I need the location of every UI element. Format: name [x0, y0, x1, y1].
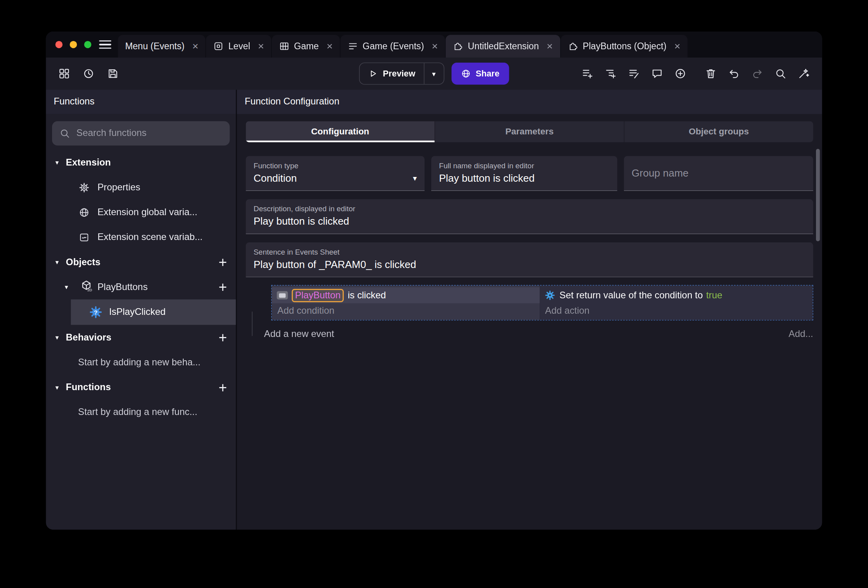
sidebar-section-objects[interactable]: ▾ Objects + [46, 249, 236, 274]
close-icon[interactable]: × [326, 41, 333, 52]
choose-event-button[interactable] [623, 63, 645, 84]
preview-button-main[interactable]: Preview [359, 69, 423, 78]
tab-label: Level [228, 41, 250, 52]
add-action-button[interactable]: Add action [540, 303, 813, 317]
tab-untitled-extension[interactable]: UntitledExtension × [446, 35, 560, 58]
redo-button[interactable] [746, 63, 768, 84]
tab-object-groups[interactable]: Object groups [624, 121, 813, 142]
menu-icon[interactable] [99, 40, 111, 49]
delete-button[interactable] [700, 63, 722, 84]
desktop: Menu (Events) × Level × Game × Game (Eve… [0, 0, 868, 588]
sentence-field[interactable]: Sentence in Events Sheet Play button of … [246, 242, 813, 277]
history-button[interactable] [78, 63, 100, 84]
project-manager-button[interactable] [53, 63, 75, 84]
add-subevent-button[interactable] [600, 63, 622, 84]
sidebar-item-playbuttons[interactable]: ▾ 2D PlayButtons + [46, 275, 236, 300]
redo-icon [751, 67, 764, 80]
field-placeholder: Group name [631, 167, 688, 179]
field-value: Play button is clicked [253, 215, 349, 227]
chevron-down-icon[interactable]: ▾ [63, 283, 71, 291]
tab-parameters[interactable]: Parameters [435, 121, 624, 142]
add-new-event-button[interactable]: Add a new event [264, 329, 334, 340]
close-icon[interactable]: × [547, 41, 553, 52]
add-function-button[interactable]: + [218, 380, 227, 394]
undo-button[interactable] [723, 63, 745, 84]
description-field[interactable]: Description, displayed in editor Play bu… [246, 199, 813, 234]
cube-2d-icon: 2D [80, 279, 93, 294]
close-window-button[interactable] [55, 41, 62, 48]
sidebar-section-behaviors[interactable]: ▾ Behaviors + [46, 325, 236, 350]
sidebar-item-extension-global-variables[interactable]: Extension global varia... [46, 200, 236, 225]
add-circle-button[interactable] [669, 63, 691, 84]
share-button[interactable]: Share [451, 63, 509, 85]
full-name-field[interactable]: Full name displayed in editor Play butto… [431, 156, 617, 191]
field-label: Sentence in Events Sheet [253, 248, 805, 256]
tab-level[interactable]: Level × [206, 35, 271, 58]
extension-edit-button[interactable] [793, 63, 815, 84]
history-icon [82, 67, 95, 80]
action-instruction[interactable]: Set return value of the condition to tru… [540, 287, 813, 303]
add-event-button[interactable] [576, 63, 598, 84]
add-comment-button[interactable] [646, 63, 668, 84]
behaviors-empty-hint[interactable]: Start by adding a new beha... [46, 350, 236, 375]
function-type-select[interactable]: Function type Condition ▾ [246, 156, 425, 191]
functions-empty-hint[interactable]: Start by adding a new func... [46, 400, 236, 424]
sidebar-section-functions[interactable]: ▾ Functions + [46, 375, 236, 400]
action-text: Set return value of the condition to [559, 290, 703, 301]
chevron-down-icon[interactable]: ▾ [413, 174, 417, 182]
chevron-down-icon[interactable]: ▾ [53, 383, 61, 391]
group-name-field[interactable]: Group name [624, 156, 813, 191]
preview-dropdown-button[interactable]: ▾ [424, 69, 443, 78]
sidebar-item-isplayclicked-selected[interactable]: ? IsPlayClicked [71, 300, 236, 325]
trash-icon [705, 67, 717, 80]
comment-icon [651, 67, 663, 80]
object-reference-chip[interactable]: PlayButton [292, 288, 344, 302]
tab-menu-events[interactable]: Menu (Events) × [118, 35, 205, 58]
condition-instruction[interactable]: PlayButton is clicked [272, 287, 540, 303]
save-icon [107, 67, 119, 80]
close-icon[interactable]: × [192, 41, 199, 52]
sidebar-item-extension-scene-variables[interactable]: Extension scene variab... [46, 225, 236, 249]
toolbar-center-group: Preview ▾ Share [359, 63, 509, 85]
chevron-down-icon[interactable]: ▾ [53, 158, 61, 166]
add-behavior-button[interactable]: + [218, 330, 227, 345]
tab-playbuttons-object[interactable]: PlayButtons (Object) × [561, 35, 687, 58]
chevron-down-icon[interactable]: ▾ [53, 258, 61, 266]
main-scrollbar-thumb[interactable] [816, 149, 820, 242]
close-icon[interactable]: × [258, 41, 264, 52]
tab-game[interactable]: Game × [272, 35, 340, 58]
tab-label: UntitledExtension [468, 41, 539, 52]
sidebar-section-extension[interactable]: ▾ Extension [46, 150, 236, 175]
chevron-down-icon[interactable]: ▾ [53, 333, 61, 341]
action-value[interactable]: true [706, 290, 722, 301]
search-functions-input[interactable] [76, 128, 223, 139]
main-panel-title: Function Configuration [237, 90, 822, 114]
save-button[interactable] [102, 63, 124, 84]
close-icon[interactable]: × [674, 41, 680, 52]
tab-configuration[interactable]: Configuration [246, 121, 435, 142]
minimize-window-button[interactable] [70, 41, 77, 48]
event-row-selected[interactable]: PlayButton is clicked Add condition Set … [271, 285, 813, 320]
event-conditions-cell[interactable]: PlayButton is clicked Add condition [272, 286, 540, 320]
add-object-button[interactable]: + [218, 255, 227, 270]
search-functions-box[interactable] [52, 121, 230, 146]
close-icon[interactable]: × [432, 41, 438, 52]
scene-variables-icon [78, 232, 90, 243]
tab-list: Menu (Events) × Level × Game × Game (Eve… [118, 32, 688, 58]
sidebar-item-properties[interactable]: Properties [46, 175, 236, 200]
toolbar: Preview ▾ Share [46, 58, 822, 89]
action-gear-icon [544, 290, 555, 301]
sidebar-title: Functions [46, 90, 236, 114]
field-value: Play button is clicked [439, 172, 535, 184]
tab-bar: Menu (Events) × Level × Game × Game (Eve… [46, 32, 822, 58]
add-more-button[interactable]: Add... [789, 329, 813, 340]
preview-button[interactable]: Preview ▾ [359, 63, 444, 85]
event-actions-cell[interactable]: Set return value of the condition to tru… [540, 286, 813, 320]
undo-icon [728, 67, 740, 80]
add-object-function-button[interactable]: + [218, 280, 227, 294]
add-condition-button[interactable]: Add condition [272, 303, 540, 317]
search-button[interactable] [769, 63, 792, 84]
zoom-window-button[interactable] [84, 41, 91, 48]
tab-game-events[interactable]: Game (Events) × [341, 35, 445, 58]
field-label: Function type [253, 162, 417, 170]
